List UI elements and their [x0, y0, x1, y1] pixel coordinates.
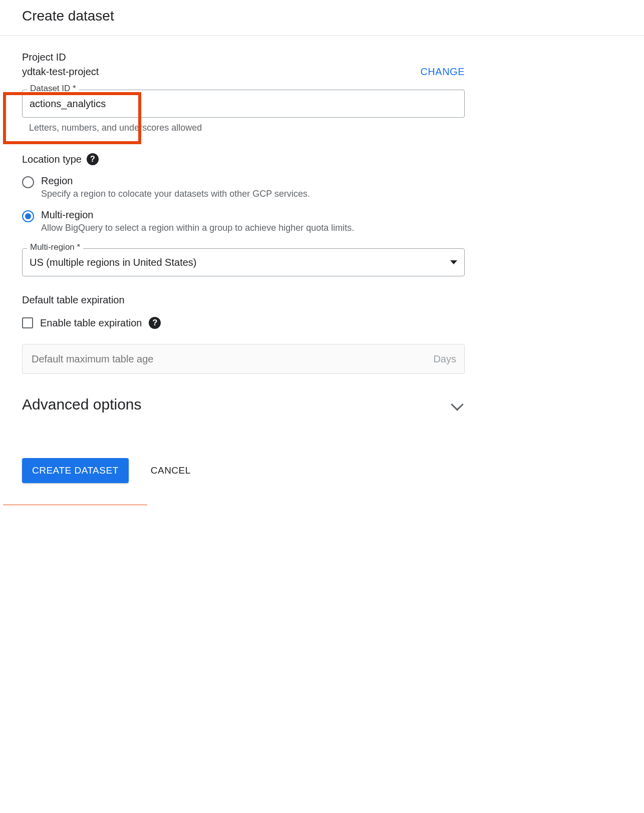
- dataset-id-field: Dataset ID *: [22, 90, 465, 118]
- advanced-options-label: Advanced options: [22, 396, 142, 413]
- create-dataset-button[interactable]: CREATE DATASET: [22, 458, 129, 483]
- dataset-id-label: Dataset ID *: [27, 84, 79, 94]
- multi-region-select[interactable]: US (multiple regions in United States): [22, 248, 465, 276]
- chevron-down-icon: [451, 398, 463, 411]
- project-id-value: ydtak-test-project: [22, 66, 99, 78]
- page-title: Create dataset: [22, 8, 622, 24]
- radio-multi-region-desc: Allow BigQuery to select a region within…: [41, 223, 354, 233]
- dataset-id-input[interactable]: [22, 90, 465, 118]
- enable-expiration-label: Enable table expiration: [40, 317, 142, 329]
- change-project-button[interactable]: CHANGE: [420, 66, 465, 78]
- radio-region[interactable]: [22, 176, 34, 188]
- dataset-id-helper: Letters, numbers, and underscores allowe…: [29, 123, 622, 133]
- max-table-age-field[interactable]: Days: [22, 344, 465, 374]
- location-type-label: Location type: [22, 154, 82, 165]
- caret-down-icon: [450, 260, 457, 264]
- advanced-options-toggle[interactable]: Advanced options: [22, 396, 465, 413]
- max-table-age-input[interactable]: [31, 353, 433, 365]
- multi-region-value: US (multiple regions in United States): [30, 257, 196, 268]
- radio-multi-region-label: Multi-region: [41, 209, 354, 221]
- cancel-button[interactable]: CANCEL: [148, 465, 194, 477]
- enable-expiration-checkbox[interactable]: [22, 317, 33, 328]
- help-icon[interactable]: ?: [87, 153, 99, 165]
- table-expiration-label: Default table expiration: [22, 294, 125, 306]
- radio-multi-region[interactable]: [22, 210, 34, 222]
- max-table-age-unit: Days: [433, 353, 456, 365]
- multi-region-label: Multi-region *: [27, 242, 83, 252]
- radio-region-desc: Specify a region to colocate your datase…: [41, 189, 310, 199]
- help-icon[interactable]: ?: [149, 317, 161, 329]
- project-id-label: Project ID: [22, 52, 622, 63]
- multi-region-field: Multi-region * US (multiple regions in U…: [22, 248, 465, 276]
- radio-region-label: Region: [41, 175, 310, 187]
